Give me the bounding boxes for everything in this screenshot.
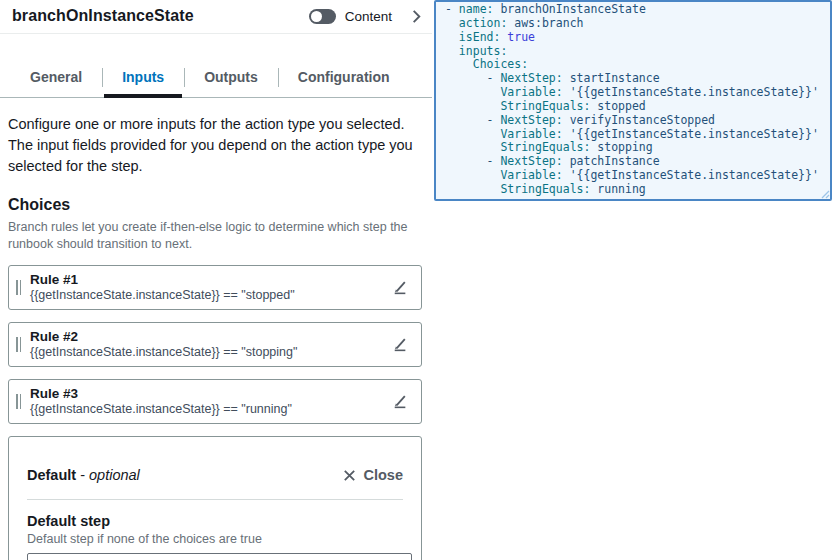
- edit-rule-button[interactable]: [391, 336, 408, 353]
- rule-card-1: Rule #1 {{getInstanceState.instanceState…: [8, 265, 422, 310]
- default-step-description: Default step if none of the choices are …: [27, 532, 403, 546]
- drag-handle-icon[interactable]: [16, 337, 21, 352]
- rule-title: Rule #3: [30, 386, 383, 402]
- edit-pencil-icon: [391, 279, 408, 296]
- toggle-knob: [311, 11, 322, 22]
- edit-rule-button[interactable]: [391, 393, 408, 410]
- resize-handle-icon[interactable]: [820, 189, 830, 199]
- rule-title: Rule #2: [30, 329, 383, 345]
- drag-handle-icon[interactable]: [16, 280, 21, 295]
- edit-pencil-icon: [391, 336, 408, 353]
- yaml-code-content: - name: branchOnInstanceState action: aw…: [436, 2, 830, 199]
- step-title: branchOnInstanceState: [12, 7, 194, 25]
- rule-expression: {{getInstanceState.instanceState}} == "s…: [30, 288, 383, 303]
- rule-card-3: Rule #3 {{getInstanceState.instanceState…: [8, 379, 422, 424]
- yaml-code-editor[interactable]: - name: branchOnInstanceState action: aw…: [434, 0, 832, 201]
- collapse-panel-button[interactable]: [409, 9, 424, 24]
- choices-heading: Choices: [8, 196, 422, 214]
- edit-pencil-icon: [391, 393, 408, 410]
- rule-expression: {{getInstanceState.instanceState}} == "r…: [30, 402, 383, 417]
- close-x-icon: [342, 468, 357, 483]
- drag-handle-icon[interactable]: [16, 394, 21, 409]
- tab-inputs[interactable]: Inputs: [102, 60, 184, 97]
- step-tabs: General Inputs Outputs Configuration: [0, 60, 432, 98]
- content-toggle[interactable]: [309, 9, 336, 24]
- inputs-intro-text: Configure one or more inputs for the act…: [8, 114, 422, 177]
- default-section-title: Default - optional: [27, 467, 140, 483]
- panel-header: branchOnInstanceState Content: [0, 0, 432, 34]
- default-section-card: Default - optional Close Default step De…: [8, 436, 422, 560]
- rule-title: Rule #1: [30, 272, 383, 288]
- divider: [27, 499, 403, 500]
- tab-general[interactable]: General: [10, 60, 102, 97]
- close-default-button[interactable]: Close: [342, 467, 404, 483]
- rule-expression: {{getInstanceState.instanceState}} == "s…: [30, 345, 383, 360]
- choices-description: Branch rules let you create if-then-else…: [8, 219, 408, 253]
- rule-card-2: Rule #2 {{getInstanceState.instanceState…: [8, 322, 422, 367]
- default-step-label: Default step: [27, 513, 403, 529]
- tab-configuration[interactable]: Configuration: [278, 60, 410, 97]
- tab-outputs[interactable]: Outputs: [184, 60, 278, 97]
- chevron-right-icon: [409, 9, 424, 24]
- content-toggle-label: Content: [345, 9, 392, 24]
- default-step-select[interactable]: Go to end: [27, 553, 412, 560]
- step-settings-panel: branchOnInstanceState Content General In…: [0, 0, 432, 560]
- edit-rule-button[interactable]: [391, 279, 408, 296]
- rules-list: Rule #1 {{getInstanceState.instanceState…: [8, 265, 422, 424]
